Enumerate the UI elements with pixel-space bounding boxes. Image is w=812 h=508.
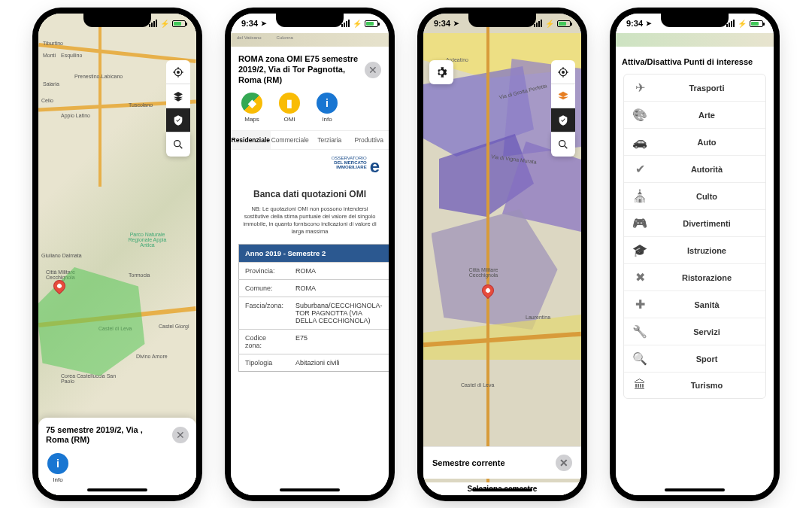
poi-row-turismo[interactable]: 🏛Turismo — [624, 373, 765, 398]
poi-row-culto[interactable]: ⛪Culto — [624, 183, 765, 210]
phone-3: 9:34➤ ⚡ Ardeatino Via di Grotta Perfetta… — [423, 14, 581, 495]
settings-button[interactable] — [429, 60, 453, 84]
omi-logo: OSSERVATORIODEL MERCATOIMMOBILIARE e — [231, 150, 389, 178]
disclaimer-text: NB: Le quotazioni OMI non possono intend… — [238, 205, 381, 235]
notch — [661, 14, 729, 27]
poi-label: Autorità — [657, 165, 756, 174]
map-label: Città Militare Cecchignola — [457, 267, 510, 278]
svg-point-2 — [174, 141, 180, 147]
check-button[interactable] — [551, 108, 575, 132]
status-time: 9:34 — [626, 19, 643, 28]
segment-tabs: Residenziale Commerciale Terziaria Produ… — [231, 130, 389, 150]
home-indicator[interactable] — [472, 488, 532, 491]
map-label: Monti — [43, 53, 56, 58]
semester-selector[interactable]: Semestre corrente ✕ — [423, 446, 581, 479]
action-omi[interactable]: ▮ OMI — [279, 93, 300, 123]
layers-button[interactable] — [551, 84, 575, 108]
poi-row-autorità[interactable]: ✔Autorità — [624, 156, 765, 183]
poi-row-sanità[interactable]: ✚Sanità — [624, 291, 765, 318]
map-sliver — [616, 33, 774, 47]
map-controls — [166, 60, 190, 157]
wrench-icon: 🔧 — [633, 324, 647, 339]
map-sliver: del VaticanoColonna — [231, 33, 389, 47]
map-label: Corea Castelluccia San Paolo — [61, 373, 121, 384]
location-arrow-icon: ➤ — [646, 20, 652, 27]
poi-row-divertimenti[interactable]: 🎮Divertimenti — [624, 210, 765, 237]
battery-icon — [557, 20, 571, 27]
sheet-title: 75 semestre 2019/2, Via , Roma (RM) — [46, 425, 166, 446]
map-label: Celio — [41, 98, 53, 103]
file-icon: ▮ — [279, 93, 300, 114]
table-row: Comune:ROMA — [239, 280, 389, 297]
tab-residenziale[interactable]: Residenziale — [231, 131, 271, 149]
map-label: Giuliano Dalmata — [41, 253, 82, 258]
map-view[interactable]: Ardeatino Via di Grotta Perfetta Via di … — [423, 14, 581, 495]
grad-icon: 🎓 — [633, 243, 647, 257]
close-button[interactable]: ✕ — [556, 455, 572, 471]
data-table: Anno 2019 - Semestre 2 Provincia:ROMA Co… — [238, 244, 389, 372]
poi-label: Ristorazione — [657, 273, 756, 282]
tab-produttiva[interactable]: Produttiva — [350, 131, 389, 149]
poi-label: Sanità — [657, 300, 756, 309]
map-label: Tiburtino — [43, 41, 63, 46]
notch — [468, 14, 536, 27]
poi-row-istruzione[interactable]: 🎓Istruzione — [624, 237, 765, 264]
poi-row-sport[interactable]: 🔍Sport — [624, 345, 765, 373]
info-icon: i — [317, 93, 338, 114]
tab-commerciale[interactable]: Commerciale — [271, 131, 311, 149]
poi-row-auto[interactable]: 🚗Auto — [624, 129, 765, 156]
svg-point-5 — [559, 141, 565, 147]
layers-button[interactable] — [166, 84, 190, 108]
status-time: 9:34 — [434, 19, 450, 28]
church-icon: ⛪ — [633, 189, 647, 203]
palette-icon: 🎨 — [633, 108, 647, 122]
bottom-sheet[interactable]: 75 semestre 2019/2, Via , Roma (RM) ✕ i … — [38, 418, 196, 496]
close-button[interactable]: ✕ — [172, 427, 189, 443]
poi-label: Trasporti — [657, 84, 756, 93]
table-header: Anno 2019 - Semestre 2 — [239, 245, 389, 263]
svg-point-1 — [177, 71, 180, 73]
home-indicator[interactable] — [87, 488, 147, 491]
poi-label: Auto — [657, 138, 756, 147]
poi-list: ✈Trasporti🎨Arte🚗Auto✔Autorità⛪Culto🎮Dive… — [623, 74, 766, 399]
search-button[interactable] — [551, 132, 575, 157]
food-icon: ✖ — [633, 270, 647, 284]
selector-label: Semestre corrente — [432, 458, 505, 467]
table-row: Codice zona:E75 — [239, 330, 389, 354]
poi-row-arte[interactable]: 🎨Arte — [624, 102, 765, 129]
table-row: Fascia/zona:Suburbana/CECCHIGNOLA-TOR PA… — [239, 297, 389, 330]
maps-icon: ◆ — [241, 93, 262, 114]
poi-title: Attiva/Disattiva Punti di interesse — [619, 47, 771, 74]
poi-row-trasporti[interactable]: ✈Trasporti — [624, 75, 765, 102]
map-label: Esquilino — [61, 53, 82, 58]
action-info[interactable]: i Info — [317, 93, 338, 123]
health-icon: ✚ — [633, 297, 647, 312]
map-label: Tuscolano — [129, 102, 153, 108]
home-indicator[interactable] — [280, 488, 340, 491]
action-info[interactable]: i Info — [47, 453, 68, 483]
detail-title: ROMA zona OMI E75 semestre 2019/2, Via d… — [238, 54, 359, 85]
battery-icon — [172, 20, 186, 27]
close-button[interactable]: ✕ — [365, 62, 381, 78]
poi-panel: Attiva/Disattiva Punti di interesse ✈Tra… — [616, 47, 774, 495]
game-icon: 🎮 — [633, 216, 647, 230]
phone-4: 9:34➤ ⚡ Attiva/Disattiva Punti di intere… — [616, 14, 774, 495]
map-view[interactable]: Tiburtino Monti Esquilino Salaria Prenes… — [38, 14, 196, 495]
svg-point-4 — [562, 71, 565, 73]
check-button[interactable] — [166, 108, 190, 132]
locate-button[interactable] — [166, 60, 190, 84]
charging-icon: ⚡ — [353, 20, 362, 28]
poi-row-ristorazione[interactable]: ✖Ristorazione — [624, 264, 765, 291]
location-arrow-icon: ➤ — [261, 20, 267, 27]
status-time: 9:34 — [241, 19, 258, 28]
notch — [83, 14, 151, 27]
search-button[interactable] — [166, 132, 190, 157]
map-label: Laurentina — [526, 315, 550, 320]
tab-terziaria[interactable]: Terziaria — [310, 131, 350, 149]
car-icon: 🚗 — [633, 135, 647, 149]
action-maps[interactable]: ◆ Maps — [241, 93, 262, 123]
poi-row-servizi[interactable]: 🔧Servizi — [624, 318, 765, 345]
map-label: Prenestino-Labicano — [74, 74, 123, 79]
home-indicator[interactable] — [665, 488, 725, 491]
locate-button[interactable] — [551, 60, 575, 84]
